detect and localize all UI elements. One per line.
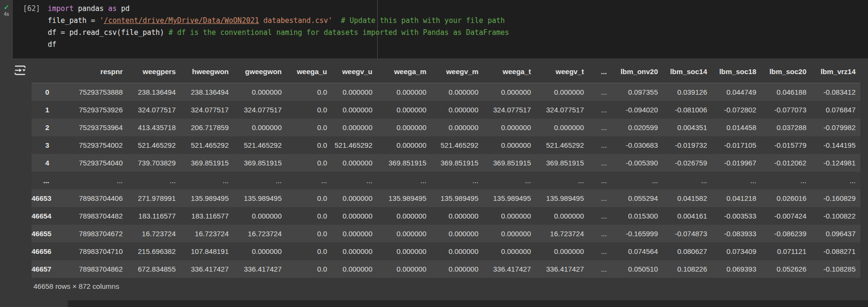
table-cell: ...: [536, 172, 589, 189]
table-cell: 324.077517: [127, 101, 180, 119]
table-cell: 521.465292: [180, 136, 233, 154]
editor-column-ruler: [377, 0, 378, 58]
table-cell: 0.000000: [233, 207, 286, 225]
table-cell: 672.834855: [127, 260, 180, 278]
table-row: 4665478983704482183.116577183.1165770.00…: [32, 207, 860, 225]
column-header: lbm_onv20: [612, 58, 663, 83]
table-cell: ...: [377, 172, 431, 189]
table-cell: 0.000000: [483, 242, 536, 260]
table-cell: 0.071121: [761, 242, 811, 260]
table-cell: 0.0: [286, 207, 332, 225]
table-cell: 75293753964: [54, 119, 127, 136]
table-cell: 78983704710: [54, 242, 127, 260]
table-body: 075293753888238.136494238.1364940.000000…: [32, 83, 860, 278]
cell-success-check-icon: ✓: [4, 4, 10, 11]
dataframe-table: respnrweegpershweegwongweegwonweega_uwee…: [32, 58, 860, 278]
table-cell: 0.050510: [612, 260, 663, 278]
table-row: 375293754002521.465292521.465292521.4652…: [32, 136, 860, 154]
code-line[interactable]: file_path = '/content/drive/MyDrive/Data…: [48, 15, 509, 27]
table-cell: 238.136494: [127, 83, 180, 101]
table-cell: 0.000000: [483, 83, 536, 101]
table-cell: 0.0: [286, 119, 332, 136]
table-cell: 0.000000: [332, 260, 377, 278]
table-cell: -0.083933: [712, 225, 761, 242]
table-cell: 739.703829: [127, 154, 180, 172]
code-line[interactable]: import pandas as pd: [48, 3, 509, 15]
table-cell: 0.000000: [483, 136, 536, 154]
table-cell: 238.136494: [180, 83, 233, 101]
table-cell: 0.020599: [612, 119, 663, 136]
execution-count[interactable]: [62]: [13, 3, 48, 51]
table-cell: 0.000000: [377, 225, 431, 242]
table-cell: 521.465292: [536, 136, 589, 154]
code-line[interactable]: df: [48, 39, 509, 51]
table-cell: 0.000000: [536, 119, 589, 136]
table-row: 4665678983704710215.696382107.8481910.00…: [32, 242, 860, 260]
code-cell[interactable]: [62] import pandas as pdfile_path = '/co…: [13, 0, 868, 58]
column-header: weegv_u: [332, 58, 377, 83]
row-index: ...: [32, 172, 54, 189]
table-row: 4665778983704862672.834855336.417427336.…: [32, 260, 860, 278]
row-index: 46657: [32, 260, 54, 278]
column-header: weegpers: [127, 58, 180, 83]
output-gutter: [0, 58, 32, 294]
table-cell: 78983704406: [54, 189, 127, 207]
table-shape-summary: 46658 rows × 872 columns: [32, 278, 860, 294]
convert-to-interactive-table-button[interactable]: [13, 64, 27, 77]
table-cell: -0.144195: [811, 136, 860, 154]
table-cell: -0.079982: [811, 119, 860, 136]
row-index: 46654: [32, 207, 54, 225]
code-editor[interactable]: import pandas as pdfile_path = '/content…: [48, 3, 509, 51]
table-cell: 0.000000: [536, 83, 589, 101]
column-header: weega_m: [377, 58, 431, 83]
table-cell: ...: [431, 172, 483, 189]
table-cell: 135.989495: [483, 189, 536, 207]
table-cell: 0.000000: [233, 83, 286, 101]
table-cell: ...: [127, 172, 180, 189]
row-index: 0: [32, 83, 54, 101]
table-cell: ...: [589, 242, 612, 260]
table-cell: 0.097355: [612, 83, 663, 101]
table-cell: ...: [663, 172, 712, 189]
table-cell: 0.000000: [377, 101, 431, 119]
code-cell-row: ✓ 4s [62] import pandas as pdfile_path =…: [0, 0, 868, 58]
table-row: 175293753926324.077517324.077517324.0775…: [32, 101, 860, 119]
table-cell: 0.041582: [663, 189, 712, 207]
table-cell: 0.000000: [431, 101, 483, 119]
table-cell: ...: [233, 172, 286, 189]
table-cell: -0.005390: [612, 154, 663, 172]
table-cell: 521.465292: [233, 136, 286, 154]
table-cell: 0.000000: [536, 207, 589, 225]
next-cell-edge: [68, 300, 868, 307]
row-index: 46653: [32, 189, 54, 207]
table-cell: 324.077517: [233, 101, 286, 119]
table-cell: 0.096437: [811, 225, 860, 242]
table-cell: 0.0: [286, 260, 332, 278]
row-index: 3: [32, 136, 54, 154]
row-index: 4: [32, 154, 54, 172]
table-cell: 0.037288: [761, 119, 811, 136]
table-cell: 0.108226: [663, 260, 712, 278]
table-cell: -0.094020: [612, 101, 663, 119]
table-cell: 0.000000: [431, 242, 483, 260]
table-cell: 0.052626: [761, 260, 811, 278]
column-header: weegv_t: [536, 58, 589, 83]
table-cell: 0.046188: [761, 83, 811, 101]
table-cell: 0.000000: [233, 119, 286, 136]
table-cell: 336.417427: [483, 260, 536, 278]
table-cell: 0.041218: [712, 189, 761, 207]
column-header: [32, 58, 54, 83]
table-cell: 0.039126: [663, 83, 712, 101]
table-cell: 215.696382: [127, 242, 180, 260]
table-cell: 0.000000: [431, 225, 483, 242]
table-cell: ...: [589, 119, 612, 136]
table-cell: 413.435718: [127, 119, 180, 136]
row-index: 2: [32, 119, 54, 136]
table-cell: 0.044749: [712, 83, 761, 101]
table-cell: -0.081006: [663, 101, 712, 119]
code-line[interactable]: df = pd.read_csv(file_path) # df is the …: [48, 27, 509, 39]
table-cell: ...: [761, 172, 811, 189]
table-cell: 0.0: [286, 83, 332, 101]
table-cell: -0.074873: [663, 225, 712, 242]
table-cell: 0.000000: [431, 119, 483, 136]
